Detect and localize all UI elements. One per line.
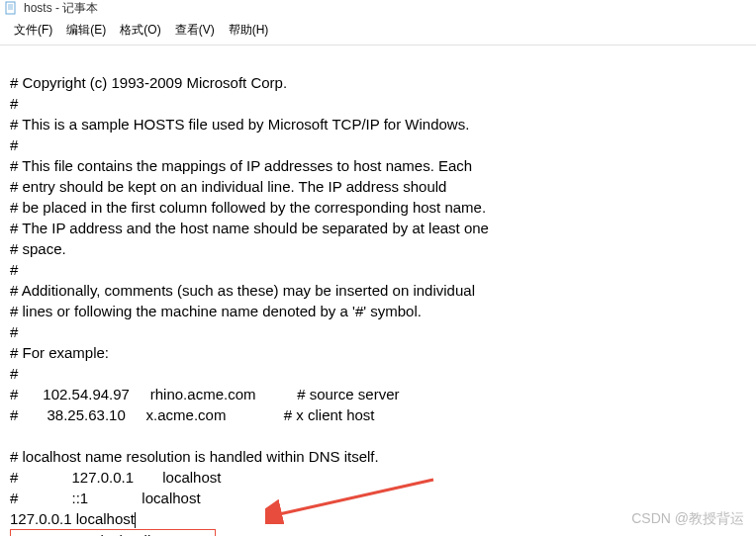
watermark: CSDN @教授背运 [631,510,744,528]
text-line: # ::1 localhost [10,490,201,506]
menu-file[interactable]: 文件(F) [8,20,58,41]
menu-format[interactable]: 格式(O) [114,20,166,41]
text-cursor [135,512,136,528]
text-line: # The IP address and the host name shoul… [10,220,489,236]
menu-edit[interactable]: 编辑(E) [60,20,112,41]
text-line: # be placed in the first column followed… [10,199,486,216]
text-line: # 102.54.94.97 rhino.acme.com # source s… [10,386,400,402]
text-line: # [10,323,18,340]
text-line: # entry should be kept on an individual … [10,178,446,195]
text-line: # localhost name resolution is handled w… [10,448,379,465]
menu-view[interactable]: 查看(V) [169,20,221,41]
highlighted-hosts-entries: 192.168.1.9 dashuaib123.com 192.168.1.8 … [10,529,216,536]
text-line: # [10,261,18,278]
text-line: # This file contains the mappings of IP … [10,157,472,174]
text-line: 127.0.0.1 localhost [10,510,135,527]
text-line: # 38.25.63.10 x.acme.com # x client host [10,406,375,423]
text-editor-content[interactable]: # Copyright (c) 1993-2009 Microsoft Corp… [0,45,756,536]
text-line: # Copyright (c) 1993-2009 Microsoft Corp… [10,74,287,91]
text-line: 192.168.1.9 dashuaib123.com [13,532,213,536]
text-line: # For example: [10,344,109,361]
text-line: # [10,95,18,112]
window-title: hosts - 记事本 [24,0,98,17]
menu-bar: 文件(F) 编辑(E) 格式(O) 查看(V) 帮助(H) [0,18,756,45]
text-line: # lines or following the machine name de… [10,303,422,319]
text-line: # Additionally, comments (such as these)… [10,282,475,299]
text-line: # space. [10,240,66,257]
text-line: # [10,365,18,382]
svg-rect-0 [6,2,15,14]
text-line: # 127.0.0.1 localhost [10,469,221,486]
text-line: # This is a sample HOSTS file used by Mi… [10,116,469,133]
notepad-icon [4,1,18,15]
text-line: # [10,136,18,153]
title-bar: hosts - 记事本 [0,0,756,18]
menu-help[interactable]: 帮助(H) [223,20,275,41]
